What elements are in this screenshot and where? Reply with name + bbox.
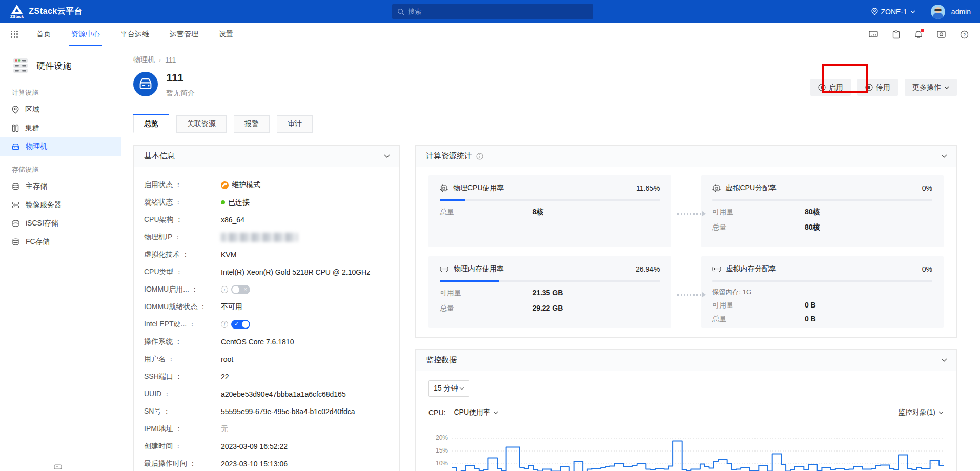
nav-item-settings[interactable]: 设置 [219, 23, 233, 46]
field-username: 用户名 ： root [144, 351, 389, 368]
sidebar-item-label: 区域 [25, 105, 39, 114]
zstack-logo[interactable]: ZStack ZStack云平台 [10, 4, 83, 19]
app-grid-icon[interactable] [11, 31, 18, 38]
fc-storage-icon [12, 238, 19, 245]
collapse-chevron-icon[interactable] [384, 154, 390, 158]
reserved-memory-note: 保留内存: 1G [712, 288, 933, 297]
nav-item-operation-mgmt[interactable]: 运营管理 [170, 23, 198, 46]
info-icon[interactable]: i [221, 286, 228, 293]
info-icon[interactable] [476, 153, 483, 160]
breadcrumb-current: 111 [165, 56, 176, 64]
field-iommu-enable: IOMMU启用... ： i × [144, 281, 389, 298]
nav-item-resource-center[interactable]: 资源中心 [71, 23, 100, 46]
cpu-chip-icon [440, 184, 448, 192]
clipboard-icon[interactable] [892, 30, 900, 39]
nav-divider [27, 30, 27, 38]
maintenance-mode-icon [221, 181, 229, 189]
iommu-toggle[interactable]: × [231, 285, 250, 294]
tab-overview[interactable]: 总览 [133, 115, 169, 133]
sidebar-item-cluster[interactable]: 集群 [0, 119, 121, 137]
sidebar-item-image-server[interactable]: 镜像服务器 [0, 196, 121, 214]
notification-bell-icon[interactable] [914, 30, 923, 39]
field-last-op-time: 最后操作时间 ： 2023-03-10 15:13:06 [144, 455, 389, 471]
top-bar: ZStack ZStack云平台 ZONE-1 admin [0, 0, 980, 23]
collapse-chevron-icon[interactable] [941, 358, 947, 362]
compute-stats-panel: 计算资源统计 [415, 145, 957, 338]
host-avatar-icon [133, 72, 158, 96]
basic-info-panel: 基本信息 启用状态 ： 维护模式 就绪状态 ： 已连接 CPU架 [133, 145, 400, 471]
sidebar-item-label: 物理机 [26, 142, 47, 151]
cpu-chip-icon [712, 184, 721, 192]
ept-toggle[interactable]: ✓ [231, 320, 250, 329]
progress-bar [712, 199, 933, 201]
zone-label: ZONE-1 [881, 8, 907, 16]
cluster-icon [12, 124, 19, 132]
sidebar-collapse-icon[interactable] [54, 464, 62, 469]
stat-percent: 0% [922, 265, 932, 273]
image-server-icon [12, 201, 19, 209]
global-search[interactable] [392, 4, 593, 19]
sidebar-title: 硬件设施 [36, 60, 71, 72]
field-ssh-port: SSH端口 ： 22 [144, 368, 389, 385]
console-icon[interactable] [869, 30, 878, 38]
play-circle-icon [818, 84, 826, 91]
memory-icon [440, 265, 448, 273]
sidebar-item-primary-storage[interactable]: 主存储 [0, 177, 121, 196]
monitor-objects-select[interactable]: 监控对象(1) [898, 408, 944, 417]
sidebar-item-iscsi-storage[interactable]: iSCSI存储 [0, 214, 121, 233]
location-pin-icon [871, 8, 878, 15]
stat-physical-cpu: 物理CPU使用率 11.65% 总量8核 [428, 175, 671, 247]
brand-title: ZStack云平台 [29, 6, 83, 17]
more-actions-button[interactable]: 更多操作 [905, 79, 957, 96]
nav-item-platform-ops[interactable]: 平台运维 [120, 23, 149, 46]
sidebar-item-fc-storage[interactable]: FC存储 [0, 233, 121, 251]
monitor-panel: 监控数据 15 分钟 CPU: CPU使用率 [415, 349, 957, 471]
cpu-usage-chart: 20% 15% 10% [428, 425, 944, 471]
stat-physical-memory: 物理内存使用率 26.94% 可用量21.35 GB 总量29.22 GB [428, 256, 671, 328]
search-input[interactable] [408, 8, 577, 15]
notification-badge [921, 29, 924, 32]
field-os: 操作系统 ： CentOS Core 7.6.1810 [144, 333, 389, 351]
chevron-down-icon [938, 411, 944, 414]
sidebar-item-physical-host[interactable]: 物理机 [0, 137, 121, 156]
svg-text:?: ? [963, 32, 966, 37]
field-sn: SN号 ： 55595e99-679e-495c-b8a4-b1c02d40fd… [144, 403, 389, 420]
metric-select[interactable]: CPU使用率 [454, 408, 498, 417]
search-icon [397, 8, 404, 15]
chevron-down-icon [459, 387, 464, 390]
tab-alerts[interactable]: 报警 [234, 115, 270, 133]
breadcrumb: 物理机 › 111 [133, 55, 957, 65]
iscsi-storage-icon [12, 220, 19, 227]
sidebar-item-label: iSCSI存储 [26, 219, 58, 228]
field-enable-state: 启用状态 ： 维护模式 [144, 176, 389, 194]
metric-group-label: CPU: [428, 408, 445, 417]
user-avatar[interactable] [931, 5, 945, 19]
field-ready-state: 就绪状态 ： 已连接 [144, 194, 389, 211]
basic-info-title: 基本信息 [144, 151, 175, 161]
username[interactable]: admin [951, 8, 971, 16]
tab-related-resources[interactable]: 关联资源 [176, 115, 227, 133]
zone-selector[interactable]: ZONE-1 [871, 8, 915, 16]
compute-stats-title: 计算资源统计 [426, 151, 472, 161]
collapse-chevron-icon[interactable] [941, 154, 947, 158]
sidebar-divider [0, 460, 121, 460]
recorder-icon[interactable] [937, 30, 946, 38]
connected-status-dot [221, 200, 225, 204]
hardware-facility-icon [12, 57, 29, 74]
info-icon[interactable]: i [221, 321, 228, 328]
disable-button[interactable]: 停用 [858, 79, 898, 96]
tab-audit[interactable]: 审计 [277, 115, 313, 133]
line-chart-canvas [428, 425, 946, 471]
redacted-ip-value [221, 233, 298, 242]
field-ipmi: IPMI地址 ： 无 [144, 420, 389, 438]
nav-item-home[interactable]: 首页 [36, 23, 51, 46]
chevron-down-icon [944, 86, 949, 89]
time-range-select[interactable]: 15 分钟 [428, 380, 469, 397]
sidebar-item-zone[interactable]: 区域 [0, 100, 121, 119]
page-subtitle: 暂无简介 [166, 89, 195, 98]
help-icon[interactable]: ? [960, 30, 969, 39]
enable-button[interactable]: 启用 [810, 79, 851, 96]
field-create-time: 创建时间 ： 2023-03-09 16:52:22 [144, 438, 389, 455]
stop-circle-icon [865, 84, 873, 91]
breadcrumb-physical-host[interactable]: 物理机 [133, 55, 155, 65]
